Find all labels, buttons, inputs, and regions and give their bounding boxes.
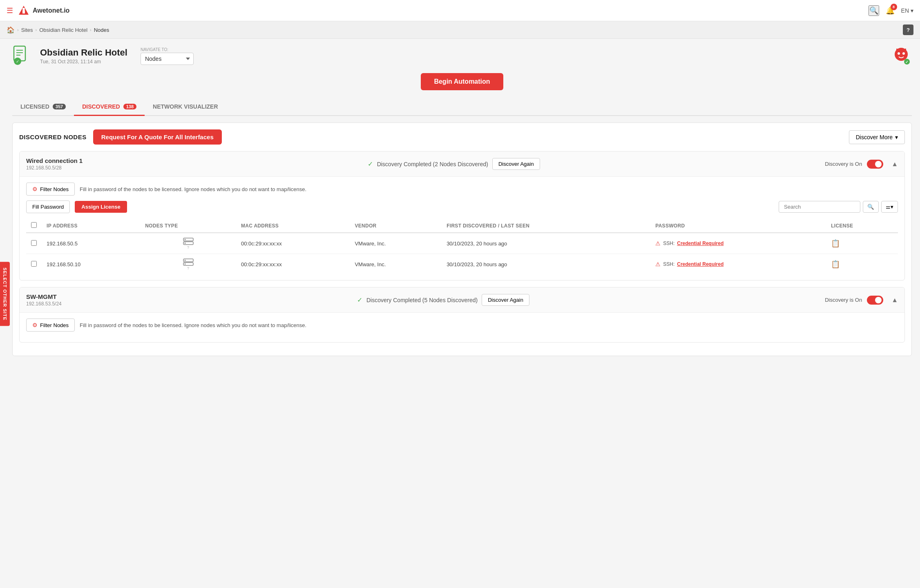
search-input-1[interactable]: [779, 201, 860, 213]
search-submit-1[interactable]: 🔍: [863, 201, 879, 213]
warning-icon-1-2: ⚠: [655, 261, 661, 267]
menu-icon[interactable]: ☰: [7, 6, 13, 15]
table-row: 192.168.50.10 ?: [26, 254, 898, 275]
credential-link-1-1[interactable]: Credential Required: [677, 241, 723, 246]
col-seen: FIRST DISCOVERED / LAST SEEN: [442, 219, 650, 233]
discovery-toggle-1[interactable]: [867, 160, 883, 169]
svg-point-8: [898, 52, 900, 55]
assign-license-button-1[interactable]: Assign License: [75, 201, 127, 213]
connection-name-2: SW-MGMT: [26, 293, 62, 300]
side-tab[interactable]: SELECT OTHER SITE: [0, 262, 10, 326]
connection-name-area-2: SW-MGMT 192.168.53.5/24: [26, 293, 62, 307]
filter-icon-2: ⚙: [32, 322, 38, 328]
connection-block-wired-1: Wired connection 1 192.168.50.5/28 ✓ Dis…: [19, 151, 905, 281]
warning-icon-1-1: ⚠: [655, 240, 661, 247]
robot-avatar: ✓: [891, 45, 912, 67]
node-vendor-1-2: VMware, Inc.: [350, 254, 442, 275]
page-icon-area: ✓: [12, 45, 33, 67]
rfq-button[interactable]: Request For A Quote For All Interfaces: [93, 129, 222, 145]
breadcrumb-sites[interactable]: Sites: [21, 27, 33, 33]
robot-icon: ✓: [891, 45, 912, 67]
svg-point-9: [902, 52, 905, 55]
tab-network-visualizer[interactable]: NETWORK VISUALIZER: [145, 98, 226, 116]
table-header-row-1: IP ADDRESS NODES TYPE MAC ADDRESS VENDOR…: [26, 219, 898, 233]
breadcrumb-hotel[interactable]: Obsidian Relic Hotel: [39, 27, 87, 33]
filter-nodes-button-2[interactable]: ⚙ Filter Nodes: [26, 318, 75, 332]
col-ip: IP ADDRESS: [42, 219, 140, 233]
connection-header-sw-mgmt: SW-MGMT 192.168.53.5/24 ✓ Discovery Comp…: [20, 287, 904, 313]
credential-link-1-2[interactable]: Credential Required: [677, 261, 723, 267]
server-icon: [183, 258, 194, 266]
fill-password-button-1[interactable]: Fill Password: [26, 200, 70, 213]
connection-name: Wired connection 1: [26, 157, 83, 164]
main-content: ✓ Obsidian Relic Hotel Tue, 31 Oct 2023,…: [0, 39, 920, 363]
svg-rect-10: [896, 49, 898, 51]
filter-icon: ⚙: [32, 186, 38, 192]
filter-nodes-button-1[interactable]: ⚙ Filter Nodes: [26, 183, 75, 196]
table-row: 192.168.50.5 ?: [26, 233, 898, 254]
svg-rect-11: [905, 49, 906, 51]
language-selector[interactable]: EN ▾: [901, 7, 913, 14]
fill-info-text-1: Fill in password of the nodes to be lice…: [80, 186, 306, 192]
header-icons: 🔍 🔔 8 EN ▾: [869, 5, 913, 16]
help-button[interactable]: ?: [903, 24, 913, 35]
notification-badge: 8: [891, 4, 897, 10]
page-title-area: Obsidian Relic Hotel Tue, 31 Oct 2023, 1…: [40, 47, 127, 65]
discover-more-button[interactable]: Discover More ▾: [849, 130, 905, 144]
chevron-up-icon[interactable]: ▲: [891, 160, 898, 168]
logo-icon: [18, 5, 29, 16]
discover-again-button-2[interactable]: Discover Again: [482, 294, 529, 306]
col-mac: MAC ADDRESS: [236, 219, 350, 233]
connection-status: ✓ Discovery Completed (2 Nodes Discovere…: [83, 158, 825, 170]
connection-body-1: ⚙ Filter Nodes Fill in password of the n…: [20, 177, 904, 280]
connection-status-2: ✓ Discovery Completed (5 Nodes Discovere…: [62, 294, 825, 306]
status-check-icon: ✓: [368, 160, 373, 168]
tab-licensed[interactable]: LICENSED 357: [12, 98, 74, 116]
node-type-icon-1-2: ?: [145, 258, 231, 270]
filter-row-2: ⚙ Filter Nodes Fill in password of the n…: [26, 318, 898, 332]
breadcrumb: 🏠 › Sites › Obsidian Relic Hotel › Nodes…: [0, 21, 920, 39]
connection-body-2: ⚙ Filter Nodes Fill in password of the n…: [20, 313, 904, 342]
app-name: Awetonet.io: [33, 7, 69, 14]
filter-btn-1[interactable]: ⚌▾: [881, 201, 898, 213]
credential-warning-1-2: ⚠ SSH: Credential Required: [655, 261, 821, 267]
begin-automation-button[interactable]: Begin Automation: [421, 73, 503, 90]
row-checkbox-1-2[interactable]: [31, 261, 37, 267]
action-row-1: Fill Password Assign License 🔍 ⚌▾: [26, 200, 898, 213]
chevron-up-icon-2[interactable]: ▲: [891, 296, 898, 304]
connection-header-wired-1: Wired connection 1 192.168.50.5/28 ✓ Dis…: [20, 151, 904, 177]
row-checkbox-1-1[interactable]: [31, 240, 37, 246]
ssh-label-1-2: SSH:: [663, 261, 674, 267]
nodes-header: DISCOVERED NODES Request For A Quote For…: [19, 129, 905, 145]
node-ip-1-2: 192.168.50.10: [42, 254, 140, 275]
tab-discovered[interactable]: DISCOVERED 138: [74, 98, 145, 116]
home-icon[interactable]: 🏠: [7, 26, 15, 34]
status-text-2: Discovery Completed (5 Nodes Discovered): [366, 297, 478, 303]
app-header: ☰ Awetonet.io 🔍 🔔 8 EN ▾: [0, 0, 920, 21]
search-button[interactable]: 🔍: [869, 5, 879, 16]
node-type-icon-1-1: ?: [145, 237, 231, 249]
page-title: Obsidian Relic Hotel: [40, 47, 127, 58]
connection-ip: 192.168.50.5/28: [26, 165, 83, 171]
license-icon-1-1[interactable]: 📋: [831, 239, 840, 247]
col-type: NODES TYPE: [140, 219, 236, 233]
page-header-right: ✓: [891, 45, 912, 67]
discover-again-button-1[interactable]: Discover Again: [492, 158, 540, 170]
nodes-section: DISCOVERED NODES Request For A Quote For…: [12, 122, 912, 356]
license-icon-1-2[interactable]: 📋: [831, 260, 840, 268]
fill-info-text-2: Fill in password of the nodes to be lice…: [80, 322, 306, 328]
search-area-1: 🔍 ⚌▾: [779, 201, 898, 213]
svg-point-2: [22, 8, 25, 10]
svg-point-21: [184, 263, 185, 265]
navigate-select-area: NAVIGATE TO: Nodes: [141, 47, 194, 65]
page-subtitle: Tue, 31 Oct 2023, 11:14 am: [40, 59, 127, 65]
navigate-dropdown[interactable]: Nodes: [141, 53, 194, 65]
notification-button[interactable]: 🔔 8: [886, 6, 895, 15]
nodes-title: DISCOVERED NODES: [19, 134, 87, 140]
licensed-badge: 357: [53, 104, 66, 109]
col-vendor: VENDOR: [350, 219, 442, 233]
node-mac-1-1: 00:0c:29:xx:xx:xx: [236, 233, 350, 254]
discovery-toggle-2[interactable]: [867, 296, 883, 305]
select-all-checkbox-1[interactable]: [31, 222, 37, 228]
nodes-table-1: IP ADDRESS NODES TYPE MAC ADDRESS VENDOR…: [26, 219, 898, 274]
